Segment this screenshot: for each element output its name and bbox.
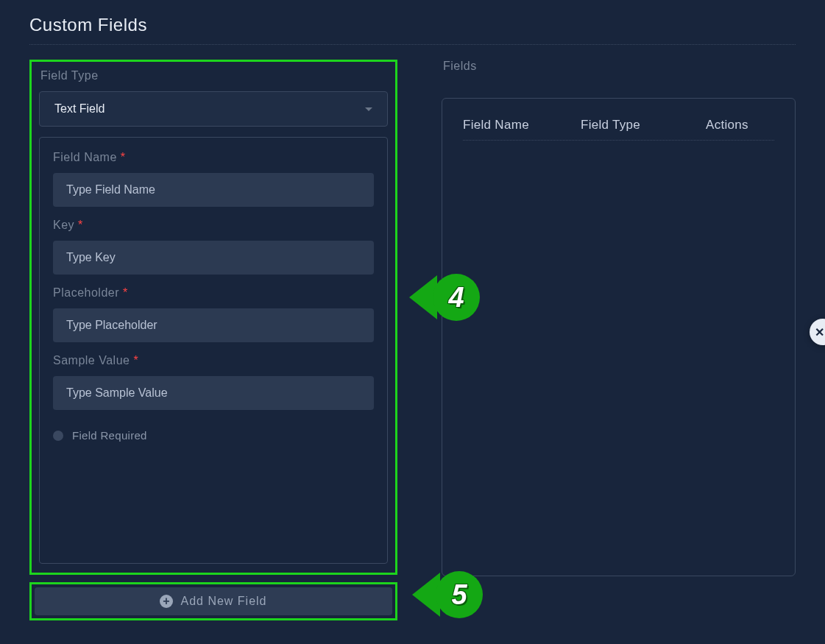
add-new-field-button[interactable]: Add New Field bbox=[35, 587, 392, 615]
field-form-panel: Field Name * Key * Placeholder * bbox=[39, 137, 388, 564]
column-actions: Actions bbox=[706, 118, 774, 132]
sample-value-label: Sample Value * bbox=[53, 354, 374, 367]
add-button-label: Add New Field bbox=[180, 595, 266, 608]
column-field-type: Field Type bbox=[581, 118, 706, 132]
field-type-label: Field Type bbox=[39, 69, 388, 82]
placeholder-input[interactable] bbox=[53, 308, 374, 342]
callout-number-4: 4 bbox=[433, 274, 480, 321]
key-label: Key * bbox=[53, 219, 374, 232]
page-title: Custom Fields bbox=[29, 15, 796, 35]
chevron-down-icon bbox=[365, 107, 372, 111]
field-required-checkbox[interactable] bbox=[53, 431, 63, 441]
callout-step-5: 5 bbox=[412, 571, 483, 618]
callout-step-4: 4 bbox=[409, 274, 480, 321]
key-input[interactable] bbox=[53, 241, 374, 275]
step-5-highlight: Add New Field bbox=[29, 582, 397, 620]
field-required-label: Field Required bbox=[72, 429, 147, 442]
field-name-label: Field Name * bbox=[53, 151, 374, 164]
callout-number-5: 5 bbox=[436, 571, 483, 618]
field-type-value: Text Field bbox=[54, 102, 105, 116]
placeholder-label: Placeholder * bbox=[53, 286, 374, 300]
sample-value-input[interactable] bbox=[53, 376, 374, 410]
fields-table-panel: Field Name Field Type Actions bbox=[442, 98, 796, 576]
column-field-name: Field Name bbox=[463, 118, 581, 132]
title-divider bbox=[29, 44, 796, 45]
fields-table-header: Field Name Field Type Actions bbox=[463, 118, 774, 141]
fields-heading: Fields bbox=[442, 60, 796, 73]
field-type-select[interactable]: Text Field bbox=[39, 91, 388, 127]
plus-icon bbox=[160, 595, 173, 608]
step-4-highlight: Field Type Text Field Field Name * Key * bbox=[29, 60, 397, 575]
field-name-input[interactable] bbox=[53, 173, 374, 207]
